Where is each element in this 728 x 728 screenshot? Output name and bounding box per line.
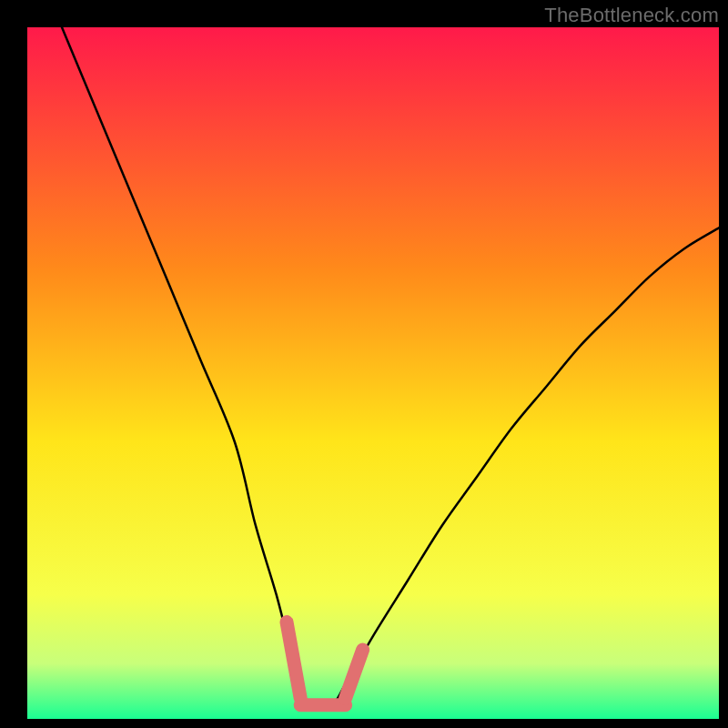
gradient-background (27, 27, 719, 719)
chart-frame: TheBottleneck.com (0, 0, 728, 728)
bottleneck-chart (0, 0, 728, 728)
